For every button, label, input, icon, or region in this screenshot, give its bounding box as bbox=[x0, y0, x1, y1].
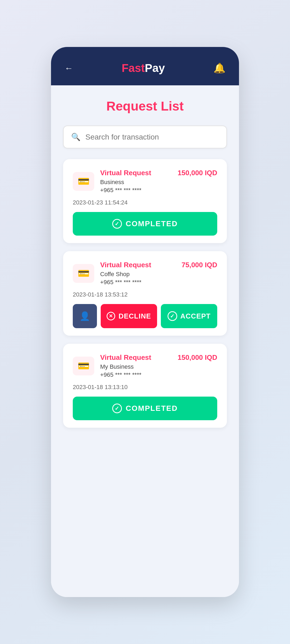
card-header: 💳 Virtual Request My Business +965 *** *… bbox=[73, 353, 217, 378]
transaction-card: 💳 Virtual Request Business +965 *** *** … bbox=[63, 159, 227, 243]
transaction-phone: +965 *** *** **** bbox=[100, 279, 151, 286]
user-icon: 👤 bbox=[79, 311, 90, 321]
profile-button[interactable]: 👤 bbox=[73, 304, 97, 328]
page-title: Request List bbox=[63, 99, 227, 114]
transaction-amount: 75,000 IQD bbox=[182, 261, 217, 269]
accept-button[interactable]: ✓ ACCEPT bbox=[161, 304, 217, 328]
money-icon-wrapper: 💳 bbox=[73, 357, 94, 375]
logo-fast: Fast bbox=[122, 62, 145, 75]
x-circle-icon: ✕ bbox=[107, 312, 115, 320]
card-header: 💳 Virtual Request Business +965 *** *** … bbox=[73, 169, 217, 194]
completed-button: ✓ COMPLETED bbox=[73, 212, 217, 236]
transaction-business: Coffe Shop bbox=[100, 271, 151, 278]
transaction-phone: +965 *** *** **** bbox=[100, 371, 151, 378]
transaction-type: Virtual Request bbox=[100, 169, 151, 177]
transaction-amount: 150,000 IQD bbox=[178, 353, 217, 362]
search-bar[interactable]: 🔍 bbox=[63, 126, 227, 148]
transaction-card: 💳 Virtual Request Coffe Shop +965 *** **… bbox=[63, 251, 227, 336]
transaction-business: My Business bbox=[100, 363, 151, 370]
transaction-type: Virtual Request bbox=[100, 261, 151, 269]
logo-pay: Pay bbox=[145, 62, 165, 75]
transaction-business: Business bbox=[100, 179, 151, 186]
check-circle-icon: ✓ bbox=[168, 311, 177, 321]
check-circle-icon: ✓ bbox=[112, 404, 122, 413]
transaction-type: Virtual Request bbox=[100, 353, 151, 362]
back-arrow-icon: ← bbox=[64, 63, 73, 73]
money-icon-wrapper: 💳 bbox=[73, 172, 94, 191]
decline-label: DECLINE bbox=[118, 312, 151, 320]
app-logo: Fast Pay bbox=[122, 62, 165, 75]
search-input[interactable] bbox=[85, 133, 219, 141]
transaction-card: 💳 Virtual Request My Business +965 *** *… bbox=[63, 344, 227, 428]
status-label: COMPLETED bbox=[126, 404, 178, 413]
search-icon: 🔍 bbox=[71, 133, 81, 141]
accept-label: ACCEPT bbox=[180, 312, 211, 320]
decline-button[interactable]: ✕ DECLINE bbox=[101, 304, 157, 328]
money-icon: 💳 bbox=[78, 360, 90, 372]
transaction-date: 2023-01-18 13:53:12 bbox=[73, 291, 217, 298]
transaction-date: 2023-01-18 13:13:10 bbox=[73, 384, 217, 391]
completed-button: ✓ COMPLETED bbox=[73, 397, 217, 420]
app-header: ← Fast Pay 🔔 bbox=[51, 47, 239, 85]
transaction-phone: +965 *** *** **** bbox=[100, 187, 151, 194]
back-button[interactable]: ← bbox=[64, 63, 73, 73]
transaction-amount: 150,000 IQD bbox=[178, 169, 217, 177]
notification-bell-icon[interactable]: 🔔 bbox=[213, 63, 226, 74]
check-circle-icon: ✓ bbox=[112, 219, 122, 229]
card-header: 💳 Virtual Request Coffe Shop +965 *** **… bbox=[73, 261, 217, 286]
transaction-date: 2023-01-23 11:54:24 bbox=[73, 199, 217, 206]
money-icon: 💳 bbox=[78, 268, 90, 279]
status-label: COMPLETED bbox=[126, 219, 178, 228]
money-icon: 💳 bbox=[78, 176, 90, 187]
main-content: Request List 🔍 💳 Virtual Request Busines… bbox=[51, 85, 239, 597]
action-buttons: 👤 ✕ DECLINE ✓ ACCEPT bbox=[73, 304, 217, 328]
money-icon-wrapper: 💳 bbox=[73, 264, 94, 283]
